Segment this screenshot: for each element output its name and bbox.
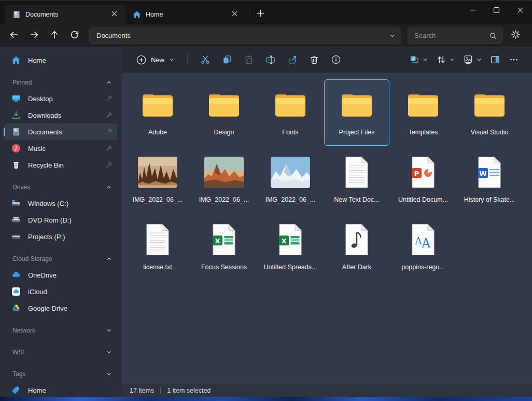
file-tile-visual-studio[interactable]: Visual Studio bbox=[457, 79, 522, 146]
file-tile-adobe[interactable]: Adobe bbox=[125, 79, 190, 146]
command-toolbar: New bbox=[121, 47, 532, 73]
sidebar-item-music[interactable]: ♪Music bbox=[4, 140, 117, 157]
folder-icon bbox=[406, 85, 440, 125]
rename-button[interactable] bbox=[260, 50, 281, 69]
sidebar-tag-home[interactable]: Home bbox=[4, 382, 117, 397]
sidebar-item-windows-c-[interactable]: Windows (C:) bbox=[4, 195, 117, 212]
up-icon bbox=[49, 30, 60, 42]
chevron-down-icon bbox=[106, 327, 112, 334]
content-column: New AdobeDesignFontsProject FilesTemplat… bbox=[121, 47, 532, 397]
sidebar-item-recycle-bin[interactable]: Recycle Bin bbox=[4, 157, 117, 173]
file-tile-poppins-regu[interactable]: AApoppins-regu... bbox=[390, 214, 456, 281]
view-button[interactable] bbox=[459, 50, 485, 69]
document-tab-icon bbox=[12, 10, 21, 19]
search-input[interactable]: Search bbox=[408, 27, 503, 44]
sidebar-item-dvd-rom-d-[interactable]: DVD Rom (D:) bbox=[4, 212, 117, 228]
forward-button[interactable] bbox=[24, 27, 44, 45]
panel-icon bbox=[486, 50, 504, 69]
drive-icon bbox=[11, 232, 21, 241]
maximize-button[interactable] bbox=[484, 1, 508, 21]
sidebar-item-icloud[interactable]: iCloud bbox=[4, 283, 117, 300]
file-tile-focus-sessions[interactable]: XFocus Sessions bbox=[191, 214, 257, 281]
pin-icon[interactable] bbox=[106, 161, 113, 169]
tab-home[interactable]: Home bbox=[125, 5, 246, 24]
tab-title: Home bbox=[146, 11, 223, 18]
search-placeholder: Search bbox=[414, 32, 489, 39]
new-tab-button[interactable] bbox=[253, 7, 268, 21]
sidebar-section-cloud-storage[interactable]: Cloud Storage bbox=[4, 251, 117, 267]
panel-button[interactable] bbox=[486, 50, 504, 69]
sidebar-item-projects-p-[interactable]: Projects (P:) bbox=[4, 228, 117, 245]
sidebar: HomePinnedDesktopDownloadsDocuments♪Musi… bbox=[0, 47, 121, 397]
file-name: Fonts bbox=[282, 129, 298, 136]
forward-icon bbox=[29, 30, 39, 42]
file-name: After Dark bbox=[342, 264, 371, 271]
sidebar-item-documents[interactable]: Documents bbox=[4, 123, 117, 140]
sidebar-item-home[interactable]: Home bbox=[4, 52, 117, 68]
font-file-icon: AA bbox=[410, 220, 437, 259]
file-tile-img-2022-06[interactable]: IMG_2022_06_... bbox=[125, 147, 190, 213]
file-tile-fonts[interactable]: Fonts bbox=[258, 79, 323, 146]
file-tile-templates[interactable]: Templates bbox=[390, 79, 456, 146]
share-button[interactable] bbox=[282, 50, 303, 69]
delete-button[interactable] bbox=[304, 50, 325, 69]
sidebar-section-drives[interactable]: Drives bbox=[4, 179, 117, 195]
tab-documents[interactable]: Documents bbox=[5, 5, 125, 24]
new-icon bbox=[136, 54, 147, 65]
pin-icon[interactable] bbox=[106, 95, 113, 102]
new-button[interactable]: New bbox=[131, 51, 180, 68]
sidebar-item-google-drive[interactable]: Google Drive bbox=[4, 300, 117, 316]
file-tile-project-files[interactable]: Project Files bbox=[324, 79, 389, 146]
sidebar-item-desktop[interactable]: Desktop bbox=[4, 90, 117, 107]
paste-button[interactable] bbox=[239, 50, 259, 69]
address-bar[interactable]: Documents bbox=[89, 27, 401, 44]
desktop-icon bbox=[11, 94, 21, 103]
tab-close-button[interactable] bbox=[108, 8, 120, 21]
up-button[interactable] bbox=[45, 27, 64, 45]
chevron-down-icon bbox=[422, 57, 428, 63]
file-tile-design[interactable]: Design bbox=[191, 79, 257, 146]
pin-icon[interactable] bbox=[106, 112, 113, 119]
chevron-down-icon bbox=[106, 371, 112, 377]
sort-icon bbox=[432, 50, 450, 69]
select-button[interactable] bbox=[405, 50, 431, 69]
pin-icon[interactable] bbox=[106, 145, 113, 152]
sidebar-item-downloads[interactable]: Downloads bbox=[4, 107, 117, 123]
sidebar-section-wsl[interactable]: WSL bbox=[4, 344, 117, 360]
chevron-down-icon[interactable] bbox=[389, 33, 396, 39]
file-tile-history-of-skate[interactable]: WHistory of Skate... bbox=[457, 147, 522, 213]
close-button[interactable] bbox=[508, 1, 532, 21]
sidebar-section-pinned[interactable]: Pinned bbox=[4, 75, 117, 90]
sidebar-item-onedrive[interactable]: OneDrive bbox=[4, 267, 117, 283]
file-tile-license-txt[interactable]: license.txt bbox=[125, 214, 190, 281]
file-tile-after-dark[interactable]: After Dark bbox=[324, 214, 389, 281]
chevron-down-icon bbox=[476, 57, 482, 63]
copy-button[interactable] bbox=[217, 50, 237, 69]
sidebar-section-network[interactable]: Network bbox=[4, 323, 117, 338]
chevron-up-icon bbox=[106, 184, 112, 190]
file-tile-img-2022-06[interactable]: IMG_2022_06_... bbox=[258, 147, 323, 213]
file-tile-untitled-docum[interactable]: PUntitled Docum... bbox=[390, 147, 456, 213]
back-button[interactable] bbox=[4, 27, 23, 45]
gear-icon bbox=[511, 30, 521, 42]
file-tile-img-2022-06[interactable]: IMG_2022_06_... bbox=[191, 147, 257, 213]
audio-file-icon bbox=[343, 220, 370, 259]
minimize-button[interactable] bbox=[460, 1, 484, 21]
sidebar-section-tags[interactable]: Tags bbox=[4, 366, 117, 382]
file-tile-untitled-spreads[interactable]: XUntitled Spreads... bbox=[258, 214, 323, 281]
sort-button[interactable] bbox=[432, 50, 458, 69]
item-count: 17 items bbox=[130, 387, 154, 394]
info-button[interactable] bbox=[326, 50, 346, 69]
file-tile-new-text-doc[interactable]: New Text Doc... bbox=[324, 147, 389, 213]
main-area: HomePinnedDesktopDownloadsDocuments♪Musi… bbox=[0, 47, 532, 397]
settings-button[interactable] bbox=[506, 27, 525, 45]
minimize-icon bbox=[469, 6, 476, 16]
paste-icon bbox=[244, 54, 254, 65]
chevron-up-icon bbox=[106, 256, 112, 262]
cut-button[interactable] bbox=[195, 50, 216, 69]
tab-close-button[interactable] bbox=[228, 8, 241, 21]
pin-icon[interactable] bbox=[106, 128, 113, 135]
refresh-button[interactable] bbox=[65, 27, 84, 45]
more-button[interactable] bbox=[505, 50, 523, 69]
drive-dvd-icon bbox=[11, 215, 21, 225]
